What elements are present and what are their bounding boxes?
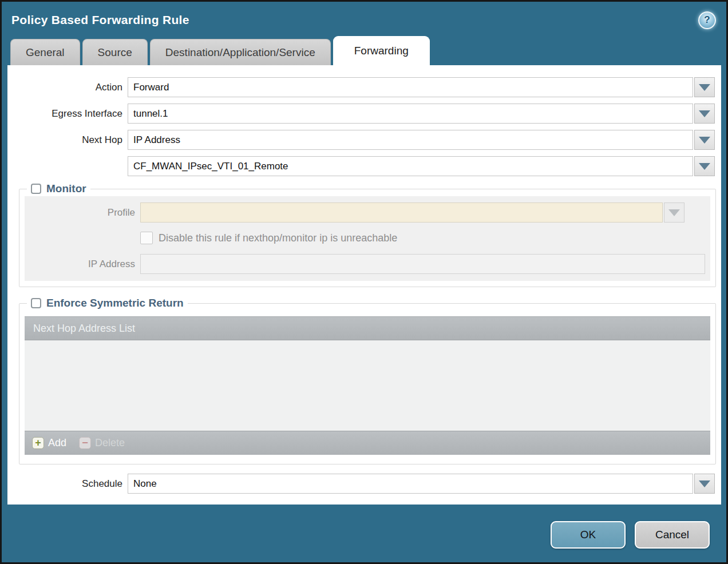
- dialog-title: Policy Based Forwarding Rule: [11, 13, 189, 27]
- action-row: Action: [13, 77, 715, 97]
- monitor-profile-row: Profile: [26, 202, 705, 223]
- monitor-body: Profile Disable this rule if nexthop/mon…: [25, 196, 710, 281]
- tab-source[interactable]: Source: [82, 39, 148, 65]
- delete-button: − Delete: [79, 437, 125, 449]
- egress-interface-row: Egress Interface: [13, 104, 715, 124]
- delete-button-label: Delete: [95, 437, 125, 449]
- monitor-checkbox[interactable]: [31, 184, 41, 194]
- schedule-row: Schedule: [13, 474, 715, 494]
- add-button[interactable]: + Add: [32, 437, 66, 449]
- action-label: Action: [13, 82, 128, 93]
- monitor-section: Monitor Profile Disable this rule if nex…: [19, 182, 716, 287]
- monitor-legend-label: Monitor: [46, 182, 86, 195]
- help-icon[interactable]: ?: [698, 11, 716, 29]
- tab-destination-application-service[interactable]: Destination/Application/Service: [150, 39, 331, 65]
- next-hop-address-list-body: [25, 340, 710, 431]
- schedule-input[interactable]: [128, 474, 693, 494]
- egress-interface-input[interactable]: [128, 104, 693, 124]
- action-dropdown-button[interactable]: [694, 77, 715, 97]
- enforce-symmetric-return-section: Enforce Symmetric Return Next Hop Addres…: [19, 297, 716, 464]
- schedule-dropdown-button[interactable]: [694, 474, 715, 494]
- tab-forwarding[interactable]: Forwarding: [333, 36, 430, 65]
- disable-rule-label: Disable this rule if nexthop/monitor ip …: [159, 232, 397, 244]
- titlebar: Policy Based Forwarding Rule ?: [2, 2, 726, 38]
- enforce-symmetric-return-checkbox[interactable]: [31, 298, 41, 308]
- egress-interface-label: Egress Interface: [13, 108, 128, 120]
- action-input[interactable]: [128, 77, 693, 97]
- next-hop-type-input[interactable]: [128, 130, 693, 150]
- next-hop-label: Next Hop: [13, 134, 128, 146]
- forwarding-tab-panel: Action Egress Interface Next Hop: [7, 65, 721, 505]
- chevron-down-icon: [668, 209, 680, 216]
- chevron-down-icon: [699, 137, 710, 144]
- next-hop-address-dropdown-button[interactable]: [694, 156, 715, 176]
- monitor-ip-address-row: IP Address: [26, 254, 705, 274]
- policy-based-forwarding-dialog: Policy Based Forwarding Rule ? General S…: [0, 0, 728, 564]
- dialog-footer: OK Cancel: [551, 521, 710, 549]
- profile-label: Profile: [26, 207, 140, 219]
- ok-button[interactable]: OK: [551, 521, 626, 549]
- chevron-down-icon: [699, 480, 710, 487]
- next-hop-address-row: [13, 156, 715, 176]
- cancel-button[interactable]: Cancel: [635, 521, 710, 549]
- monitor-ip-address-input: [140, 254, 705, 274]
- next-hop-address-input[interactable]: [128, 156, 693, 176]
- next-hop-row: Next Hop: [13, 130, 715, 150]
- tab-general[interactable]: General: [10, 39, 80, 65]
- tab-bar: General Source Destination/Application/S…: [2, 38, 726, 65]
- next-hop-address-list-toolbar: + Add − Delete: [25, 431, 710, 454]
- enforce-symmetric-return-legend: Enforce Symmetric Return: [27, 297, 188, 309]
- next-hop-address-list-header[interactable]: Next Hop Address List: [25, 317, 710, 340]
- next-hop-dropdown-button[interactable]: [694, 130, 715, 150]
- minus-icon: −: [79, 437, 91, 449]
- add-button-label: Add: [48, 437, 66, 449]
- chevron-down-icon: [699, 163, 710, 170]
- profile-dropdown-button: [664, 202, 685, 223]
- enforce-symmetric-return-label: Enforce Symmetric Return: [46, 297, 184, 309]
- profile-input: [140, 202, 663, 223]
- egress-interface-dropdown-button[interactable]: [694, 104, 715, 124]
- next-hop-address-list-grid: Next Hop Address List + Add − Delete: [25, 316, 710, 455]
- monitor-disable-row: Disable this rule if nexthop/monitor ip …: [140, 232, 710, 244]
- disable-rule-checkbox: [140, 232, 153, 244]
- chevron-down-icon: [699, 84, 710, 91]
- plus-icon: +: [32, 437, 44, 449]
- monitor-legend: Monitor: [27, 182, 90, 195]
- chevron-down-icon: [699, 110, 710, 117]
- monitor-ip-address-label: IP Address: [26, 259, 140, 270]
- schedule-label: Schedule: [13, 478, 128, 490]
